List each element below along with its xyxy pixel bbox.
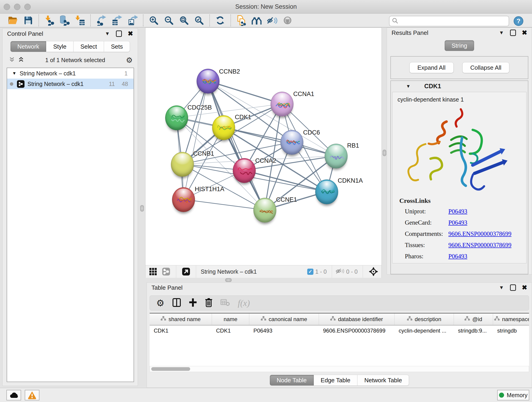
tab-sets[interactable]: Sets bbox=[104, 41, 130, 52]
network-node-ccna1[interactable] bbox=[271, 92, 293, 116]
network-node-ccne1[interactable] bbox=[253, 198, 276, 223]
node-count: 11 bbox=[109, 81, 115, 87]
show-all-icon[interactable] bbox=[283, 15, 293, 26]
grid-view-icon[interactable] bbox=[149, 268, 157, 275]
column-header-database-identifier[interactable]: database identifier bbox=[319, 313, 394, 325]
tab-node-table[interactable]: Node Table bbox=[270, 375, 314, 386]
open-file-icon[interactable] bbox=[7, 15, 18, 26]
collapse-all-networks-icon[interactable] bbox=[8, 56, 15, 64]
crosslink-link[interactable]: P06493 bbox=[448, 208, 467, 215]
left-splitter-grip[interactable] bbox=[140, 205, 144, 211]
cloud-status-button[interactable] bbox=[6, 390, 21, 400]
search-box[interactable] bbox=[389, 16, 509, 26]
memory-button[interactable]: Memory bbox=[497, 390, 529, 400]
center-view-crosshair-icon[interactable] bbox=[369, 267, 378, 276]
birdseye-view-icon[interactable] bbox=[182, 268, 190, 276]
network-node-hist1h1a[interactable] bbox=[172, 187, 195, 212]
zoom-fit-icon[interactable] bbox=[179, 15, 189, 26]
column-header-shared-name[interactable]: shared name bbox=[150, 313, 212, 325]
network-node-ccnb2[interactable] bbox=[196, 69, 220, 94]
network-options-gear-icon[interactable]: ⚙ bbox=[126, 56, 133, 65]
table-settings-gear-icon[interactable]: ⚙ bbox=[156, 298, 165, 308]
table-cell: stringdb bbox=[493, 325, 529, 336]
tab-edge-table[interactable]: Edge Table bbox=[314, 375, 358, 386]
help-button[interactable]: ? bbox=[513, 16, 524, 26]
zoom-selected-icon[interactable] bbox=[194, 15, 204, 26]
network-node-cdc25b[interactable] bbox=[165, 105, 188, 130]
panel-float-icon[interactable] bbox=[510, 30, 516, 36]
panel-close-icon[interactable]: ✖ bbox=[128, 32, 133, 36]
warning-status-button[interactable] bbox=[25, 390, 39, 400]
tab-string[interactable]: String bbox=[444, 40, 474, 51]
export-table-icon[interactable] bbox=[112, 15, 122, 26]
table-row[interactable]: CDK1CDK1P064939606.ENSP00000378699cyclin… bbox=[150, 325, 529, 336]
column-header--id[interactable]: @id bbox=[454, 313, 493, 325]
zoom-in-icon[interactable] bbox=[149, 15, 159, 26]
tree-expander-icon[interactable]: ▼ bbox=[12, 71, 17, 76]
gene-section-header[interactable]: ▼ CDK1 bbox=[391, 81, 528, 91]
crosslink-link[interactable]: 9606.ENSP00000378699 bbox=[448, 242, 511, 249]
crosslink-link[interactable]: P06493 bbox=[448, 253, 467, 260]
column-header-name[interactable]: name bbox=[212, 313, 249, 325]
control-panel-tabs: NetworkStyleSelectSets bbox=[2, 41, 138, 52]
panel-float-icon[interactable] bbox=[510, 284, 516, 291]
table-horizontal-scrollbar[interactable] bbox=[150, 366, 529, 372]
network-node-ccna2[interactable] bbox=[233, 158, 256, 183]
column-header-canonical-name[interactable]: canonical name bbox=[249, 313, 319, 325]
results-panel-header: Results Panel ▼ ✖ bbox=[387, 28, 532, 38]
export-network-icon[interactable] bbox=[96, 15, 107, 26]
search-input[interactable] bbox=[398, 18, 506, 25]
save-session-icon[interactable] bbox=[23, 15, 33, 26]
column-header-namespace[interactable]: namespace bbox=[493, 313, 529, 325]
expand-all-button[interactable]: Expand All bbox=[409, 62, 454, 73]
toolbar-separator bbox=[143, 14, 143, 26]
delete-column-trash-icon[interactable] bbox=[205, 298, 213, 308]
apply-layout-icon[interactable] bbox=[215, 15, 225, 26]
panel-close-icon[interactable]: ✖ bbox=[522, 285, 527, 290]
network-row-selected[interactable]: String Network – cdk1 11 48 bbox=[7, 79, 133, 89]
tab-network[interactable]: Network bbox=[10, 41, 46, 52]
panel-menu-icon[interactable]: ▼ bbox=[499, 285, 504, 291]
new-network-from-selection-icon[interactable] bbox=[236, 15, 246, 26]
node-label-hist1h1a: HIST1H1A bbox=[195, 186, 224, 193]
expand-all-networks-icon[interactable] bbox=[18, 56, 25, 64]
zoom-out-icon[interactable] bbox=[164, 15, 174, 26]
add-column-icon[interactable] bbox=[189, 298, 197, 308]
network-collection-row[interactable]: ▼ String Network – cdk1 1 bbox=[7, 68, 133, 79]
tab-select[interactable]: Select bbox=[74, 41, 104, 52]
crosslink-link[interactable]: 9606.ENSP00000378699 bbox=[448, 230, 511, 237]
horizontal-splitter-grip[interactable] bbox=[225, 278, 232, 282]
panel-menu-icon[interactable]: ▼ bbox=[105, 31, 110, 37]
import-table-icon[interactable] bbox=[75, 15, 85, 26]
selected-checkbox-icon[interactable]: ✓ bbox=[307, 269, 313, 275]
node-label-cdc6: CDC6 bbox=[303, 129, 320, 136]
status-bar: Memory bbox=[0, 388, 532, 402]
section-expander-icon[interactable]: ▼ bbox=[406, 84, 411, 89]
network-node-cdkn1a[interactable] bbox=[315, 179, 338, 204]
right-splitter-grip[interactable] bbox=[383, 150, 386, 156]
network-canvas[interactable]: CCNB2CCNA1CDC25BCDK1CDC6RB1CCNB1CCNA2CDK… bbox=[146, 28, 381, 265]
panel-menu-icon[interactable]: ▼ bbox=[499, 30, 504, 36]
import-network-file-icon[interactable] bbox=[44, 15, 54, 26]
hide-selected-icon[interactable] bbox=[267, 16, 278, 25]
collapse-all-button[interactable]: Collapse All bbox=[462, 62, 510, 73]
first-neighbors-icon[interactable] bbox=[251, 16, 262, 25]
network-node-ccnb1[interactable] bbox=[171, 152, 194, 177]
import-network-database-icon[interactable] bbox=[59, 15, 70, 26]
scrollbar-thumb[interactable] bbox=[151, 367, 190, 371]
show-columns-icon[interactable] bbox=[172, 298, 181, 308]
network-node-cdc6[interactable] bbox=[280, 130, 303, 155]
network-node-cdk1[interactable] bbox=[212, 115, 235, 140]
export-image-icon[interactable] bbox=[127, 15, 138, 26]
tab-style[interactable]: Style bbox=[46, 41, 74, 52]
main-toolbar: ? bbox=[0, 13, 532, 27]
panel-close-icon[interactable]: ✖ bbox=[522, 31, 527, 35]
panel-float-icon[interactable] bbox=[116, 31, 122, 37]
network-node-rb1[interactable] bbox=[325, 144, 348, 168]
table-panel-title: Table Panel bbox=[152, 284, 183, 291]
network-share-view-icon[interactable] bbox=[162, 268, 170, 276]
crosslink-link[interactable]: P06493 bbox=[448, 219, 467, 226]
column-type-icon bbox=[464, 316, 470, 322]
column-header-description[interactable]: description bbox=[394, 313, 454, 325]
tab-network-table[interactable]: Network Table bbox=[357, 375, 409, 386]
